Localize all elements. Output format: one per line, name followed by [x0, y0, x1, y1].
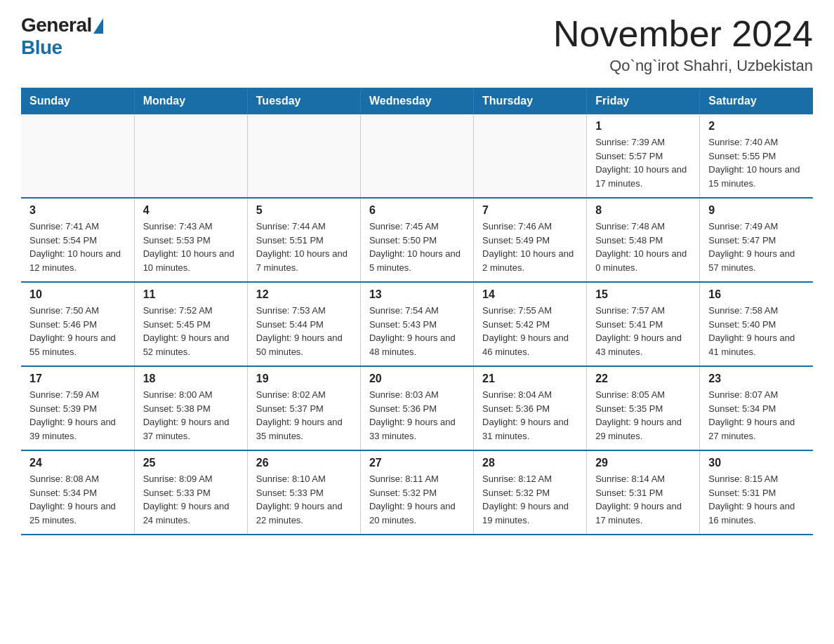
day-info: Sunrise: 8:09 AMSunset: 5:33 PMDaylight:… — [143, 474, 230, 525]
day-number: 14 — [482, 288, 578, 301]
day-info: Sunrise: 8:08 AMSunset: 5:34 PMDaylight:… — [29, 474, 116, 525]
page-header: General Blue November 2024 Qo`ng`irot Sh… — [21, 14, 813, 75]
day-cell: 5Sunrise: 7:44 AMSunset: 5:51 PMDaylight… — [247, 198, 360, 282]
day-number: 11 — [143, 288, 239, 301]
week-row-4: 24Sunrise: 8:08 AMSunset: 5:34 PMDayligh… — [21, 450, 813, 535]
day-cell: 23Sunrise: 8:07 AMSunset: 5:34 PMDayligh… — [700, 366, 813, 450]
week-row-1: 3Sunrise: 7:41 AMSunset: 5:54 PMDaylight… — [21, 198, 813, 282]
calendar-header: SundayMondayTuesdayWednesdayThursdayFrid… — [21, 88, 813, 114]
day-cell: 16Sunrise: 7:58 AMSunset: 5:40 PMDayligh… — [700, 282, 813, 366]
day-cell — [134, 114, 247, 198]
day-info: Sunrise: 8:10 AMSunset: 5:33 PMDaylight:… — [256, 474, 343, 525]
day-number: 9 — [708, 204, 805, 217]
day-info: Sunrise: 7:44 AMSunset: 5:51 PMDaylight:… — [256, 221, 348, 273]
day-cell: 17Sunrise: 7:59 AMSunset: 5:39 PMDayligh… — [21, 366, 134, 450]
day-info: Sunrise: 7:52 AMSunset: 5:45 PMDaylight:… — [143, 305, 230, 357]
day-cell: 25Sunrise: 8:09 AMSunset: 5:33 PMDayligh… — [134, 450, 247, 535]
day-info: Sunrise: 8:04 AMSunset: 5:36 PMDaylight:… — [482, 389, 569, 441]
day-number: 20 — [369, 373, 465, 385]
day-cell: 20Sunrise: 8:03 AMSunset: 5:36 PMDayligh… — [360, 366, 473, 450]
month-title: November 2024 — [553, 14, 813, 54]
calendar-body: 1Sunrise: 7:39 AMSunset: 5:57 PMDaylight… — [21, 114, 813, 535]
day-info: Sunrise: 7:57 AMSunset: 5:41 PMDaylight:… — [595, 305, 682, 357]
day-number: 15 — [595, 288, 691, 301]
day-info: Sunrise: 7:46 AMSunset: 5:49 PMDaylight:… — [482, 221, 574, 273]
week-row-3: 17Sunrise: 7:59 AMSunset: 5:39 PMDayligh… — [21, 366, 813, 450]
day-cell: 1Sunrise: 7:39 AMSunset: 5:57 PMDaylight… — [587, 114, 700, 198]
day-info: Sunrise: 7:41 AMSunset: 5:54 PMDaylight:… — [29, 221, 121, 273]
day-cell: 11Sunrise: 7:52 AMSunset: 5:45 PMDayligh… — [134, 282, 247, 366]
day-cell: 3Sunrise: 7:41 AMSunset: 5:54 PMDaylight… — [21, 198, 134, 282]
day-number: 5 — [256, 204, 352, 217]
day-cell: 13Sunrise: 7:54 AMSunset: 5:43 PMDayligh… — [360, 282, 473, 366]
day-cell — [474, 114, 587, 198]
day-cell: 29Sunrise: 8:14 AMSunset: 5:31 PMDayligh… — [587, 450, 700, 535]
day-info: Sunrise: 8:15 AMSunset: 5:31 PMDaylight:… — [708, 474, 795, 525]
day-info: Sunrise: 8:02 AMSunset: 5:37 PMDaylight:… — [256, 389, 343, 441]
day-cell: 21Sunrise: 8:04 AMSunset: 5:36 PMDayligh… — [474, 366, 587, 450]
day-info: Sunrise: 7:59 AMSunset: 5:39 PMDaylight:… — [29, 389, 116, 441]
logo-blue-text: Blue — [21, 36, 62, 59]
day-cell: 14Sunrise: 7:55 AMSunset: 5:42 PMDayligh… — [474, 282, 587, 366]
week-row-0: 1Sunrise: 7:39 AMSunset: 5:57 PMDaylight… — [21, 114, 813, 198]
location-title: Qo`ng`irot Shahri, Uzbekistan — [553, 57, 813, 75]
day-info: Sunrise: 7:49 AMSunset: 5:47 PMDaylight:… — [708, 221, 795, 273]
title-area: November 2024 Qo`ng`irot Shahri, Uzbekis… — [553, 14, 813, 75]
header-wednesday: Wednesday — [360, 88, 473, 114]
day-cell: 24Sunrise: 8:08 AMSunset: 5:34 PMDayligh… — [21, 450, 134, 535]
day-info: Sunrise: 7:39 AMSunset: 5:57 PMDaylight:… — [595, 137, 687, 189]
day-number: 18 — [143, 373, 239, 385]
day-number: 6 — [369, 204, 465, 217]
day-info: Sunrise: 8:14 AMSunset: 5:31 PMDaylight:… — [595, 474, 682, 525]
day-number: 30 — [708, 457, 805, 469]
day-info: Sunrise: 7:55 AMSunset: 5:42 PMDaylight:… — [482, 305, 569, 357]
day-cell — [247, 114, 360, 198]
day-number: 27 — [369, 457, 465, 469]
day-number: 1 — [595, 120, 691, 133]
day-info: Sunrise: 8:07 AMSunset: 5:34 PMDaylight:… — [708, 389, 795, 441]
day-cell: 19Sunrise: 8:02 AMSunset: 5:37 PMDayligh… — [247, 366, 360, 450]
header-thursday: Thursday — [474, 88, 587, 114]
logo-general-text: General — [21, 14, 92, 36]
day-cell: 4Sunrise: 7:43 AMSunset: 5:53 PMDaylight… — [134, 198, 247, 282]
day-number: 7 — [482, 204, 578, 217]
day-info: Sunrise: 7:40 AMSunset: 5:55 PMDaylight:… — [708, 137, 800, 189]
day-number: 10 — [29, 288, 126, 301]
day-number: 26 — [256, 457, 352, 469]
day-number: 4 — [143, 204, 239, 217]
day-number: 24 — [29, 457, 126, 469]
day-info: Sunrise: 7:53 AMSunset: 5:44 PMDaylight:… — [256, 305, 343, 357]
day-info: Sunrise: 7:58 AMSunset: 5:40 PMDaylight:… — [708, 305, 795, 357]
day-info: Sunrise: 7:54 AMSunset: 5:43 PMDaylight:… — [369, 305, 456, 357]
day-cell: 15Sunrise: 7:57 AMSunset: 5:41 PMDayligh… — [587, 282, 700, 366]
day-number: 3 — [29, 204, 126, 217]
day-number: 16 — [708, 288, 805, 301]
calendar-table: SundayMondayTuesdayWednesdayThursdayFrid… — [21, 88, 813, 535]
day-info: Sunrise: 7:50 AMSunset: 5:46 PMDaylight:… — [29, 305, 116, 357]
day-number: 25 — [143, 457, 239, 469]
day-cell: 22Sunrise: 8:05 AMSunset: 5:35 PMDayligh… — [587, 366, 700, 450]
day-cell: 27Sunrise: 8:11 AMSunset: 5:32 PMDayligh… — [360, 450, 473, 535]
day-info: Sunrise: 8:11 AMSunset: 5:32 PMDaylight:… — [369, 474, 456, 525]
day-number: 23 — [708, 373, 805, 385]
day-info: Sunrise: 8:12 AMSunset: 5:32 PMDaylight:… — [482, 474, 569, 525]
day-cell: 26Sunrise: 8:10 AMSunset: 5:33 PMDayligh… — [247, 450, 360, 535]
day-number: 13 — [369, 288, 465, 301]
day-number: 22 — [595, 373, 691, 385]
day-info: Sunrise: 7:45 AMSunset: 5:50 PMDaylight:… — [369, 221, 461, 273]
header-monday: Monday — [134, 88, 247, 114]
header-tuesday: Tuesday — [247, 88, 360, 114]
day-cell: 9Sunrise: 7:49 AMSunset: 5:47 PMDaylight… — [700, 198, 813, 282]
day-cell — [360, 114, 473, 198]
day-cell: 2Sunrise: 7:40 AMSunset: 5:55 PMDaylight… — [700, 114, 813, 198]
header-sunday: Sunday — [21, 88, 134, 114]
week-row-2: 10Sunrise: 7:50 AMSunset: 5:46 PMDayligh… — [21, 282, 813, 366]
day-number: 8 — [595, 204, 691, 217]
day-info: Sunrise: 7:43 AMSunset: 5:53 PMDaylight:… — [143, 221, 234, 273]
day-number: 28 — [482, 457, 578, 469]
header-saturday: Saturday — [700, 88, 813, 114]
header-friday: Friday — [587, 88, 700, 114]
day-info: Sunrise: 7:48 AMSunset: 5:48 PMDaylight:… — [595, 221, 687, 273]
logo: General Blue — [21, 14, 103, 59]
day-cell: 12Sunrise: 7:53 AMSunset: 5:44 PMDayligh… — [247, 282, 360, 366]
